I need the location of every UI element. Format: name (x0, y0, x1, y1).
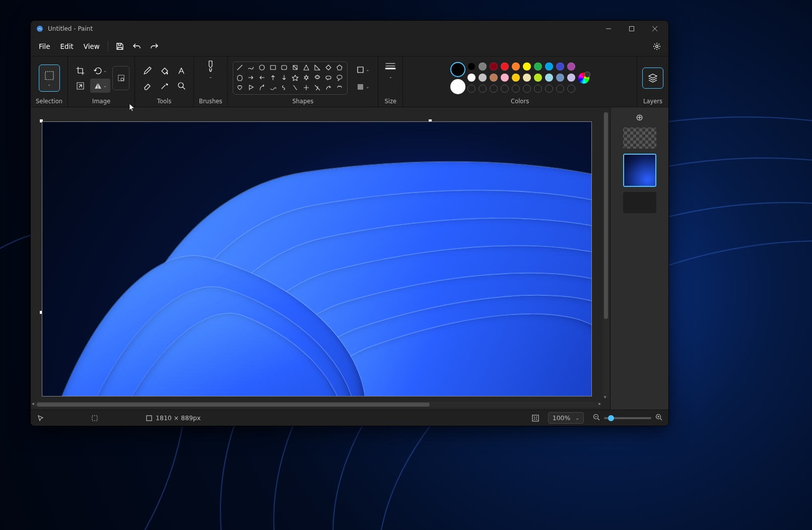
color-swatch[interactable] (523, 74, 531, 82)
color-swatch[interactable] (534, 62, 542, 71)
save-icon[interactable] (111, 39, 128, 54)
resize-icon[interactable] (73, 79, 87, 93)
crop-icon[interactable] (73, 63, 87, 78)
color-swatch-empty[interactable] (567, 85, 575, 93)
pencil-tool-icon[interactable] (140, 63, 154, 78)
layer-thumb[interactable] (623, 154, 656, 187)
canvas[interactable] (42, 121, 592, 396)
work-area: ⊕ (31, 107, 668, 410)
color-swatch-empty[interactable] (467, 85, 476, 93)
color-swatch[interactable] (501, 74, 509, 82)
flip-dropdown[interactable]: ⌄ (90, 79, 110, 93)
zoom-out-icon[interactable] (593, 414, 600, 422)
chevron-down-icon[interactable]: ⌄ (389, 75, 392, 79)
svg-rect-14 (358, 84, 363, 90)
selection-tool[interactable]: ⌄ (39, 64, 60, 92)
menu-file[interactable]: File (34, 39, 55, 53)
brush-tool-icon[interactable] (204, 59, 218, 74)
svg-rect-16 (147, 416, 152, 421)
shape-fill-dropdown[interactable]: ⌄ (353, 80, 373, 94)
color-swatch[interactable] (467, 74, 476, 82)
color-swatch-empty[interactable] (534, 85, 542, 93)
rotate-dropdown[interactable]: ⌄ (90, 63, 110, 78)
color-swatch[interactable] (501, 62, 509, 71)
color-swatch[interactable] (545, 62, 553, 71)
color-swatch-empty[interactable] (490, 85, 498, 93)
color-swatch[interactable] (512, 74, 520, 82)
ribbon-group-colors: Colors (403, 56, 637, 107)
fill-tool-icon[interactable] (157, 63, 171, 78)
close-button[interactable] (643, 21, 666, 37)
zoom-in-icon[interactable] (655, 414, 662, 422)
ribbon-group-layers: Layers (637, 56, 668, 107)
zoom-dropdown[interactable]: 100%⌄ (548, 412, 584, 424)
canvas-viewport[interactable] (31, 107, 610, 410)
shapes-gallery[interactable] (233, 61, 348, 95)
color-swatch-empty[interactable] (556, 85, 564, 93)
undo-icon[interactable] (128, 39, 146, 54)
color-swatch-empty[interactable] (501, 85, 509, 93)
color-swatch[interactable] (512, 62, 520, 71)
menubar: File Edit View (31, 37, 668, 56)
color-swatch[interactable] (545, 74, 553, 82)
picker-tool-icon[interactable] (157, 79, 171, 93)
color-2-swatch[interactable] (450, 79, 465, 94)
zoom-slider[interactable] (604, 417, 651, 419)
magnifier-tool-icon[interactable] (174, 79, 188, 93)
add-layer-icon[interactable]: ⊕ (634, 111, 645, 122)
settings-icon[interactable] (648, 39, 665, 54)
color-swatch-empty[interactable] (479, 85, 487, 93)
redo-icon[interactable] (146, 39, 163, 54)
color-swatch[interactable] (467, 62, 476, 71)
menu-edit[interactable]: Edit (55, 39, 79, 53)
layers-toggle-icon[interactable] (642, 68, 663, 89)
size-dropdown[interactable] (383, 59, 397, 74)
scrollbar-thumb[interactable] (604, 112, 608, 319)
color-swatch[interactable] (567, 62, 575, 71)
color-swatch-empty[interactable] (545, 85, 553, 93)
minimize-button[interactable] (597, 21, 620, 37)
selection-size (91, 415, 137, 422)
ribbon-group-tools: Tools (135, 56, 194, 107)
color-swatch-empty[interactable] (523, 85, 531, 93)
titlebar[interactable]: Untitled - Paint (31, 21, 668, 37)
ribbon-label-size: Size (384, 98, 396, 105)
layer-thumb[interactable] (623, 127, 656, 149)
svg-point-7 (178, 83, 183, 88)
color-swatch[interactable] (479, 74, 487, 82)
chevron-down-icon[interactable]: ⌄ (209, 75, 213, 79)
maximize-button[interactable] (620, 21, 643, 37)
vertical-scrollbar[interactable] (603, 111, 609, 399)
color-swatch[interactable] (567, 74, 575, 82)
statusbar: 1810 × 889px 100%⌄ (31, 410, 668, 426)
color-swatch[interactable] (479, 62, 487, 71)
eraser-tool-icon[interactable] (140, 79, 154, 93)
color-1-swatch[interactable] (450, 62, 465, 77)
shape-outline-dropdown[interactable]: ⌄ (353, 62, 373, 77)
canvas-size: 1810 × 889px (146, 414, 200, 422)
remove-background-icon[interactable] (112, 66, 129, 90)
svg-rect-5 (118, 75, 123, 81)
paint-window: Untitled - Paint File Edit View ⌄ Select… (30, 20, 669, 426)
color-swatch[interactable] (534, 74, 542, 82)
color-swatch[interactable] (490, 62, 498, 71)
ribbon-group-size: ⌄ Size (378, 56, 403, 107)
cursor-position (37, 415, 82, 422)
svg-rect-15 (92, 416, 97, 421)
ribbon-label-tools: Tools (157, 98, 171, 105)
layer-thumb[interactable] (623, 192, 656, 213)
edit-colors-icon[interactable] (578, 73, 589, 84)
color-swatch[interactable] (490, 74, 498, 82)
color-swatch-empty[interactable] (512, 85, 520, 93)
text-tool-icon[interactable] (174, 63, 188, 78)
color-swatch[interactable] (556, 74, 564, 82)
fit-to-window-icon[interactable] (532, 415, 539, 422)
svg-rect-3 (45, 72, 53, 80)
window-title: Untitled - Paint (48, 25, 93, 32)
scrollbar-thumb[interactable] (37, 403, 430, 407)
color-swatch[interactable] (523, 62, 531, 71)
menu-view[interactable]: View (79, 39, 105, 53)
svg-point-6 (120, 78, 123, 81)
horizontal-scrollbar[interactable] (32, 402, 601, 408)
color-swatch[interactable] (556, 62, 564, 71)
